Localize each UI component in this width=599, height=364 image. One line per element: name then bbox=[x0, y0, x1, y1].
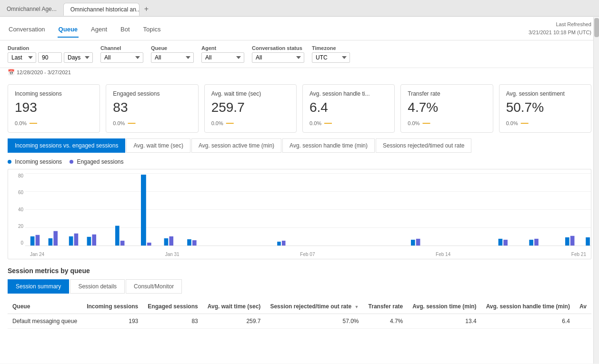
kpi-card-engaged-sessions: Engaged sessions 83 0.0% — bbox=[106, 84, 198, 133]
bar-feb07-engaged bbox=[282, 241, 286, 246]
session-tab-details[interactable]: Session details bbox=[70, 279, 125, 294]
tab-queue[interactable]: Queue bbox=[58, 23, 79, 38]
x-label-feb14: Feb 14 bbox=[436, 252, 450, 257]
col-rejected: Session rejected/time out rate ▼ bbox=[265, 299, 363, 314]
kpi-incoming-delta: 0.0% bbox=[15, 120, 27, 126]
bar-g7-incoming bbox=[164, 238, 169, 246]
kpi-avg-handle-delta: 0.0% bbox=[309, 120, 321, 126]
col-incoming: Incoming sessions bbox=[82, 299, 143, 314]
kpi-card-avg-wait: Avg. wait time (sec) 259.7 0.0% — bbox=[204, 84, 297, 133]
bar-feb21a-incoming bbox=[499, 239, 503, 246]
cell-rejected: 57.0% bbox=[265, 314, 363, 329]
nav-tabs: Conversation Queue Agent Bot Topics bbox=[8, 23, 161, 38]
legend-engaged-label: Engaged sessions bbox=[77, 158, 123, 165]
scrollbar-thumb[interactable] bbox=[594, 18, 599, 37]
legend-engaged-dot bbox=[70, 160, 73, 164]
session-tab-summary[interactable]: Session summary bbox=[8, 279, 69, 294]
bar-g4-engaged bbox=[92, 235, 96, 246]
chart-tab-avg-active[interactable]: Avg. session active time (min) bbox=[191, 138, 281, 153]
kpi-incoming-title: Incoming sessions bbox=[15, 90, 93, 97]
bar-g4-incoming bbox=[87, 237, 91, 246]
bar-g3-engaged bbox=[74, 234, 79, 246]
filter-timezone-select[interactable]: UTC bbox=[312, 52, 350, 63]
kpi-transfer-footer: 0.0% — bbox=[408, 119, 486, 128]
bar-g6-engaged bbox=[147, 243, 151, 246]
filter-queue-select[interactable]: All bbox=[151, 52, 194, 63]
cell-incoming: 193 bbox=[82, 314, 143, 329]
bar-feb21b-engaged bbox=[534, 239, 539, 246]
chart-legend: Incoming sessions Engaged sessions bbox=[8, 158, 591, 165]
browser-tab-active[interactable]: Omnichannel historical an... ✕ bbox=[63, 3, 140, 16]
kpi-transfer-delta: 0.0% bbox=[408, 120, 419, 126]
chart-tabs: Incoming sessions vs. engaged sessions A… bbox=[8, 138, 591, 153]
bar-g8-engaged bbox=[192, 240, 197, 246]
kpi-engaged-value: 83 bbox=[113, 100, 191, 115]
kpi-engaged-title: Engaged sessions bbox=[113, 90, 191, 97]
date-range-row: 📅 12/28/2020 - 3/27/2021 bbox=[0, 68, 599, 79]
kpi-sentiment-dash: — bbox=[521, 119, 529, 128]
chart-tab-avg-handle[interactable]: Avg. session handle time (min) bbox=[282, 138, 375, 153]
kpi-incoming-value: 193 bbox=[15, 100, 93, 115]
kpi-avg-handle-value: 6.4 bbox=[309, 100, 388, 115]
sort-icon-rejected[interactable]: ▼ bbox=[355, 305, 359, 309]
nav-bar: Conversation Queue Agent Bot Topics Last… bbox=[0, 17, 599, 40]
session-metrics-section: Session metrics by queue Session summary… bbox=[0, 267, 599, 336]
x-label-jan31: Jan 31 bbox=[165, 252, 180, 257]
filter-duration: Duration Last Days bbox=[8, 45, 93, 63]
bar-feb14-engaged bbox=[416, 239, 420, 246]
filter-duration-value-input[interactable] bbox=[38, 52, 62, 63]
chart-tab-rejected[interactable]: Sessions rejected/timed out rate bbox=[376, 138, 471, 153]
session-tab-consult[interactable]: Consult/Monitor bbox=[126, 279, 182, 294]
filter-channel-select[interactable]: All bbox=[100, 52, 143, 63]
kpi-card-transfer-rate: Transfer rate 4.7% 0.0% — bbox=[400, 84, 493, 133]
filter-duration-row: Last Days bbox=[8, 52, 93, 63]
bar-g8-incoming bbox=[187, 239, 191, 246]
filter-agent: Agent All bbox=[201, 45, 244, 63]
kpi-transfer-value: 4.7% bbox=[408, 100, 486, 115]
tab-agent[interactable]: Agent bbox=[90, 23, 108, 38]
x-label-jan24: Jan 24 bbox=[30, 252, 44, 257]
cell-handle-time: 6.4 bbox=[481, 314, 575, 329]
scrollbar[interactable] bbox=[593, 17, 599, 364]
bar-g3-incoming bbox=[69, 236, 73, 246]
legend-incoming: Incoming sessions bbox=[8, 158, 62, 165]
kpi-engaged-dash: — bbox=[128, 119, 135, 128]
table-row: Default messaging queue 193 83 259.7 57.… bbox=[8, 314, 591, 329]
session-table: Queue Incoming sessions Engaged sessions… bbox=[8, 299, 591, 329]
legend-engaged: Engaged sessions bbox=[70, 158, 123, 165]
col-transfer: Transfer rate bbox=[364, 299, 408, 314]
tab-conversation[interactable]: Conversation bbox=[8, 23, 46, 38]
browser-tab-inactive[interactable]: Omnichannel Age... bbox=[0, 3, 63, 15]
cell-av bbox=[575, 314, 591, 329]
filter-conv-status-select[interactable]: All bbox=[252, 52, 304, 63]
session-metrics-title: Session metrics by queue bbox=[8, 267, 591, 275]
chart-tab-incoming-vs-engaged[interactable]: Incoming sessions vs. engaged sessions bbox=[8, 138, 125, 153]
bar-feb21c-engaged bbox=[570, 236, 575, 246]
filter-duration-label: Duration bbox=[8, 45, 93, 51]
filter-queue-label: Queue bbox=[151, 45, 194, 51]
kpi-avg-wait-dash: — bbox=[226, 119, 234, 128]
col-av: Av bbox=[575, 299, 591, 314]
new-tab-button[interactable]: + bbox=[140, 2, 153, 16]
browser-tab-bar: Omnichannel Age... Omnichannel historica… bbox=[0, 0, 599, 17]
filter-duration-type-select[interactable]: Last bbox=[8, 52, 36, 63]
cell-transfer: 4.7% bbox=[364, 314, 408, 329]
kpi-avg-wait-delta: 0.0% bbox=[211, 120, 223, 126]
col-engaged: Engaged sessions bbox=[143, 299, 202, 314]
y-axis: 80 60 40 20 0 bbox=[8, 173, 25, 246]
chart-tab-avg-wait[interactable]: Avg. wait time (sec) bbox=[126, 138, 190, 153]
tab-topics[interactable]: Topics bbox=[142, 23, 162, 38]
kpi-row: Incoming sessions 193 0.0% — Engaged ses… bbox=[0, 79, 599, 138]
x-label-feb21: Feb 21 bbox=[571, 252, 586, 257]
bar-g5-engaged bbox=[120, 241, 125, 246]
kpi-incoming-dash: — bbox=[30, 119, 37, 128]
filter-agent-select[interactable]: All bbox=[201, 52, 244, 63]
col-avg-wait: Avg. wait time (sec) bbox=[203, 299, 266, 314]
y-label-0: 0 bbox=[20, 240, 23, 246]
tab-bot[interactable]: Bot bbox=[120, 23, 131, 38]
bar-g1-incoming bbox=[30, 236, 35, 246]
kpi-avg-handle-title: Avg. session handle ti... bbox=[309, 90, 388, 97]
last-refreshed-label: Last Refreshed bbox=[556, 21, 591, 27]
filter-duration-unit-select[interactable]: Days bbox=[64, 52, 93, 63]
bar-g2-incoming bbox=[49, 238, 53, 246]
